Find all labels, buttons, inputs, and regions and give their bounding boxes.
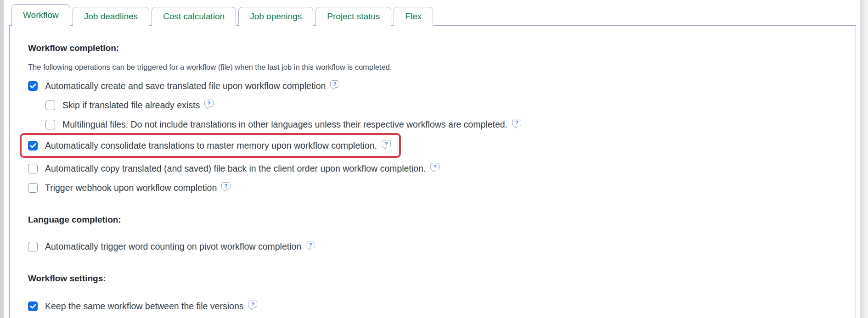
checkbox-label: Automatically create and save translated… (45, 81, 326, 91)
checkbox-row: Keep the same workflow between the file … (28, 301, 842, 311)
checkbox-consolidate-master-memory[interactable] (28, 141, 38, 151)
help-icon[interactable]: ? (382, 140, 391, 147)
check-icon (30, 84, 36, 89)
workflow-completion-description: The following operations can be triggere… (28, 63, 842, 72)
tab-workflow[interactable]: Workflow (11, 4, 70, 26)
help-icon[interactable]: ? (306, 241, 315, 248)
help-icon[interactable]: ? (204, 100, 214, 107)
help-icon[interactable]: ? (221, 182, 231, 190)
tab-project-status[interactable]: Project status (316, 7, 391, 26)
checkbox-keep-same-workflow[interactable] (28, 301, 38, 311)
checkbox-row: Skip if translated file already exists ? (45, 100, 842, 110)
check-icon (30, 304, 36, 309)
tab-job-openings[interactable]: Job openings (238, 7, 313, 26)
workflow-settings-panel: Workflow completion: The following opera… (9, 25, 856, 318)
checkbox-row: Automatically create and save translated… (28, 81, 842, 91)
checkbox-skip-if-exists[interactable] (45, 100, 55, 110)
checkbox-word-counting-pivot[interactable] (28, 242, 38, 251)
workflow-completion-heading: Workflow completion: (28, 43, 842, 53)
checkbox-label: Automatically copy translated (and saved… (45, 163, 426, 174)
tab-job-deadlines[interactable]: Job deadlines (73, 7, 149, 26)
help-icon[interactable]: ? (248, 301, 257, 308)
checkbox-row: Automatically copy translated (and saved… (28, 163, 842, 173)
checkbox-label: Skip if translated file already exists (62, 100, 200, 111)
help-icon[interactable]: ? (512, 119, 521, 126)
help-icon[interactable]: ? (430, 163, 440, 170)
checkbox-row: Automatically consolidate translations t… (28, 140, 391, 151)
check-icon (30, 143, 36, 148)
checkbox-label: Trigger webhook upon workflow completion (45, 183, 217, 193)
page-edge-left (0, 0, 4, 318)
language-completion-heading: Language completion: (28, 215, 842, 225)
checkbox-label: Keep the same workflow between the file … (45, 301, 243, 312)
settings-tabbar: Workflow Job deadlines Cost calculation … (11, 0, 435, 26)
tab-cost-calculation[interactable]: Cost calculation (152, 7, 236, 26)
highlight-box: Automatically consolidate translations t… (20, 133, 401, 158)
tab-flex[interactable]: Flex (394, 7, 433, 26)
checkbox-row: Trigger webhook upon workflow completion… (28, 183, 842, 193)
workflow-settings-heading: Workflow settings: (28, 273, 842, 284)
help-icon[interactable]: ? (330, 80, 339, 88)
page-edge-gradient (860, 0, 868, 318)
checkbox-multilingual-files[interactable] (45, 120, 55, 129)
checkbox-row: Multilingual files: Do not include trans… (45, 119, 842, 129)
checkbox-row: Automatically trigger word counting on p… (28, 241, 842, 251)
checkbox-label: Automatically trigger word counting on p… (45, 241, 301, 252)
checkbox-create-save-translated-file[interactable] (28, 81, 38, 91)
checkbox-trigger-webhook[interactable] (28, 183, 38, 193)
checkbox-copy-translated-back[interactable] (28, 164, 38, 173)
checkbox-label: Multilingual files: Do not include trans… (62, 119, 507, 130)
checkbox-label: Automatically consolidate translations t… (45, 140, 377, 151)
